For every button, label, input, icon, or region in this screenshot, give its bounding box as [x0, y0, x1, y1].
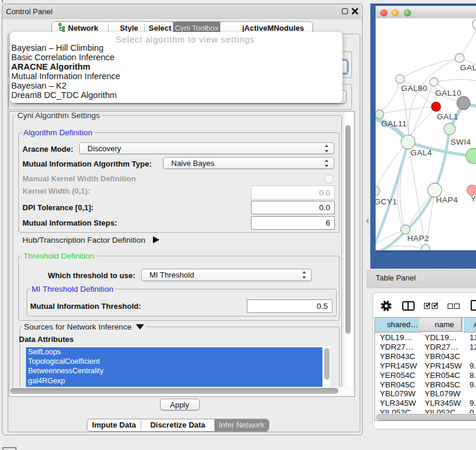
svg-text:GAL4: GAL4	[410, 148, 432, 157]
svg-text:GAL1: GAL1	[437, 112, 459, 121]
svg-text:HAP4: HAP4	[436, 195, 458, 204]
svg-text:GAL11: GAL11	[382, 119, 407, 128]
svg-text:HAP2: HAP2	[407, 234, 429, 243]
svg-text:GAL7: GAL7	[460, 63, 476, 72]
svg-text:GCY1: GCY1	[376, 197, 397, 206]
svg-text:YM: YM	[471, 194, 476, 203]
svg-text:GAL80: GAL80	[401, 84, 428, 93]
svg-text:SWI4: SWI4	[451, 138, 471, 146]
svg-text:GAL10: GAL10	[435, 89, 462, 97]
